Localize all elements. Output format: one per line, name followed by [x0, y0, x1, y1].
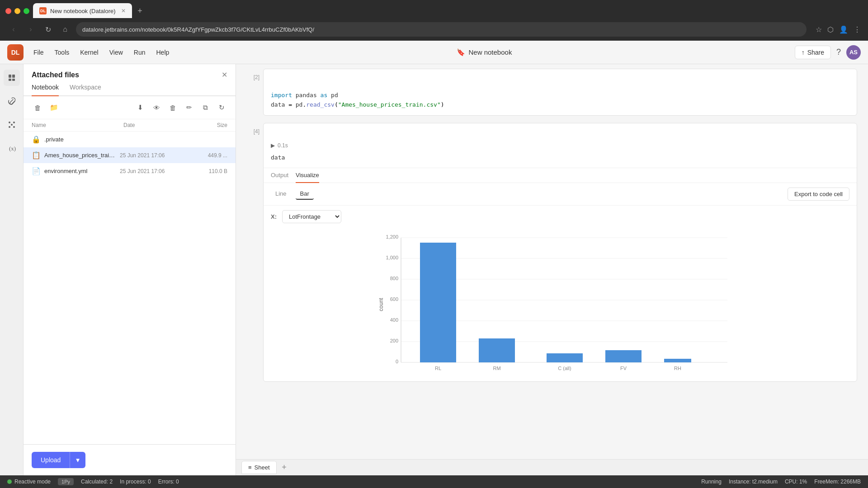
file-item-ames[interactable]: 📋 Ames_house_prices_train.... 25 Jun 202…: [24, 147, 236, 163]
files-header: Attached files ✕: [24, 64, 236, 79]
new-folder-button[interactable]: 📁: [47, 101, 61, 114]
grid-sidebar-icon[interactable]: [4, 117, 20, 133]
bookmark-icon[interactable]: ☆: [816, 25, 822, 34]
svg-point-8: [13, 126, 15, 128]
share-button[interactable]: ↑ Share: [795, 46, 831, 59]
home-button[interactable]: ⌂: [59, 23, 71, 36]
viz-type-group: Line Bar: [271, 188, 314, 200]
menu-file[interactable]: File: [29, 46, 48, 59]
files-tab-workspace[interactable]: Workspace: [70, 84, 101, 96]
maximize-traffic-light[interactable]: [24, 8, 29, 14]
trash-button[interactable]: 🗑: [166, 101, 179, 114]
paperclip-sidebar-icon[interactable]: [4, 93, 20, 109]
profile-icon[interactable]: 👤: [839, 25, 848, 34]
file-item-env[interactable]: 📄 environment.yml 25 Jun 2021 17:06 110.…: [24, 163, 236, 179]
refresh-button[interactable]: ↻: [215, 101, 228, 114]
bar-rh: [664, 359, 691, 362]
tab-bar: DL New notebook (Datalore) ✕ +: [0, 0, 868, 18]
upload-dropdown-button[interactable]: ▼: [70, 452, 85, 468]
bar-fv: [605, 350, 642, 362]
files-sidebar-icon[interactable]: [4, 70, 20, 86]
menu-tools[interactable]: Tools: [50, 46, 74, 59]
edit-button[interactable]: ✏: [182, 101, 196, 114]
download-button[interactable]: ⬇: [133, 101, 147, 114]
bar-chart: count 0 200 400 600 800 1,000 1,200: [271, 232, 849, 372]
run-play-icon: ▶: [271, 142, 275, 149]
add-cell-button[interactable]: +: [796, 126, 808, 138]
status-right: Running Instance: t2.medium CPU: 1% Free…: [701, 479, 861, 485]
svg-text:0: 0: [396, 359, 398, 364]
viz-type-line[interactable]: Line: [271, 188, 291, 200]
delete-cell-button[interactable]: 🗑: [825, 72, 837, 84]
svg-text:800: 800: [390, 276, 398, 281]
toolbar-right: ↑ Share ? AS: [795, 45, 861, 60]
kernel-badge[interactable]: 1Py: [58, 478, 74, 485]
tab-visualize[interactable]: Visualize: [296, 172, 319, 183]
forward-button[interactable]: ›: [24, 23, 37, 36]
svg-text:600: 600: [390, 296, 398, 302]
refresh-button[interactable]: ↻: [42, 23, 54, 36]
bar-rm: [479, 338, 515, 362]
yml-icon: 📄: [32, 167, 41, 175]
browser-controls: ‹ › ↻ ⌂ datalore.jetbrains.com/notebook/…: [0, 18, 868, 41]
cell-settings-button[interactable]: ⚙: [811, 72, 822, 84]
file-size: 449.9 ...: [191, 152, 227, 159]
tab-output[interactable]: Output: [271, 172, 288, 183]
svg-rect-2: [9, 79, 11, 81]
menu-icon[interactable]: ⋮: [854, 25, 861, 34]
help-icon[interactable]: ?: [836, 47, 841, 57]
new-tab-button[interactable]: +: [134, 5, 146, 17]
run-time: 0.1s: [278, 142, 288, 149]
menu-kernel[interactable]: Kernel: [75, 46, 103, 59]
menu-view[interactable]: View: [105, 46, 127, 59]
extensions-icon[interactable]: ⬡: [827, 25, 834, 34]
svg-rect-0: [9, 75, 11, 78]
delete-file-button[interactable]: 🗑: [31, 101, 44, 114]
viz-type-bar[interactable]: Bar: [296, 188, 314, 200]
copy-button[interactable]: ⧉: [198, 101, 212, 114]
x-field-label: X:: [271, 213, 277, 220]
column-name-header: Name: [32, 122, 123, 128]
cell-settings-button[interactable]: ⚙: [811, 126, 822, 138]
close-traffic-light[interactable]: [5, 8, 11, 14]
preview-button[interactable]: 👁: [150, 101, 163, 114]
variable-sidebar-icon[interactable]: (x): [4, 140, 20, 156]
menu-help[interactable]: Help: [152, 46, 174, 59]
output-tabs: Output Visualize: [264, 168, 857, 183]
status-bar: Reactive mode 1Py Calculated: 2 In proce…: [0, 475, 868, 488]
minimize-traffic-light[interactable]: [14, 8, 20, 14]
address-bar[interactable]: datalore.jetbrains.com/notebook/0k5R4AZg…: [76, 22, 807, 37]
cell-4: + ⚙ 🗑 ⋯ ▶ 0.1s data: [263, 123, 857, 382]
x-field-select[interactable]: LotFrontage: [282, 210, 341, 223]
bookmark-icon: 🔖: [457, 48, 465, 56]
back-button[interactable]: ‹: [7, 23, 20, 36]
chart-area: count 0 200 400 600 800 1,000 1,200: [264, 228, 857, 381]
svg-text:C (all): C (all): [558, 366, 571, 371]
files-panel-close[interactable]: ✕: [222, 70, 227, 79]
browser-chrome: DL New notebook (Datalore) ✕ + ‹ › ↻ ⌂ d…: [0, 0, 868, 41]
user-avatar[interactable]: AS: [846, 45, 861, 60]
delete-cell-button[interactable]: 🗑: [825, 126, 837, 138]
more-button[interactable]: ⋯: [840, 126, 851, 138]
file-item-private[interactable]: 🔒 .private: [24, 131, 236, 147]
add-cell-button[interactable]: +: [796, 72, 808, 84]
upload-button[interactable]: Upload: [32, 452, 70, 468]
tab-favicon: DL: [39, 7, 47, 14]
sheet-tab[interactable]: ≡ Sheet: [241, 461, 277, 474]
active-tab[interactable]: DL New notebook (Datalore) ✕: [33, 3, 132, 19]
csv-icon: 📋: [32, 151, 41, 160]
files-tab-notebook[interactable]: Notebook: [32, 84, 59, 96]
notebook-title-text: New notebook: [469, 48, 512, 56]
menu-run[interactable]: Run: [129, 46, 150, 59]
add-sheet-button[interactable]: +: [278, 462, 290, 474]
tab-close-button[interactable]: ✕: [121, 8, 126, 14]
cell-row-4: [4] + ⚙ 🗑 ⋯ ▶ 0.1s: [247, 123, 857, 386]
export-to-code-button[interactable]: Export to code cell: [788, 188, 849, 201]
freemem-status: FreeMem: 2266MB: [814, 479, 861, 485]
app-toolbar: DL File Tools Kernel View Run Help 🔖 New…: [0, 41, 868, 64]
tab-title: New notebook (Datalore): [50, 8, 116, 14]
svg-rect-1: [12, 75, 15, 78]
more-button[interactable]: ⋯: [840, 72, 851, 84]
notebook-title: 🔖 New notebook: [457, 48, 512, 56]
svg-point-6: [13, 122, 15, 123]
